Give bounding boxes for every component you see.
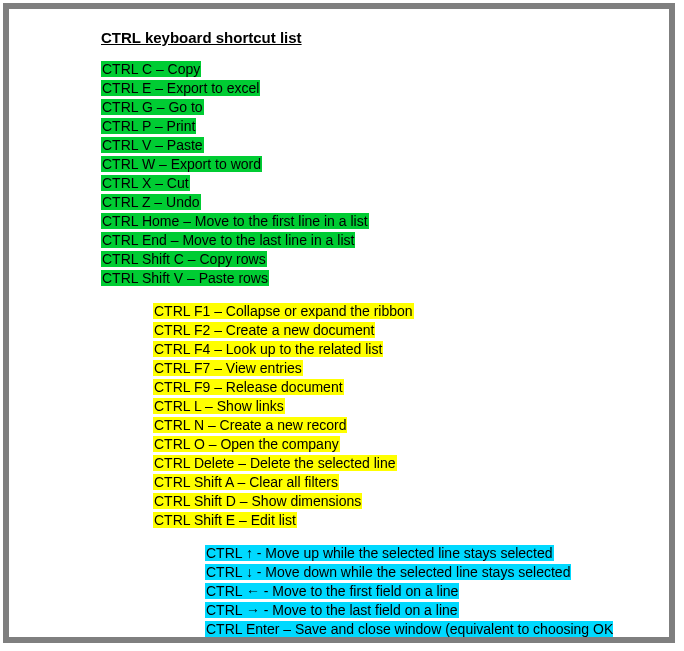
shortcut-line: CTRL F7 – View entries (153, 359, 651, 378)
shortcut-text: CTRL L – Show links (153, 398, 285, 414)
shortcut-line: CTRL F9 – Release document (153, 378, 651, 397)
shortcut-line: CTRL Shift C – Copy rows (101, 250, 651, 269)
shortcut-text: CTRL Shift C – Copy rows (101, 251, 267, 267)
shortcut-line: CTRL F1 – Collapse or expand the ribbon (153, 302, 651, 321)
shortcut-text: CTRL O – Open the company (153, 436, 340, 452)
shortcut-line: CTRL Z – Undo (101, 193, 651, 212)
shortcut-text: CTRL Delete – Delete the selected line (153, 455, 397, 471)
shortcut-line: CTRL W – Export to word (101, 155, 651, 174)
shortcut-text: CTRL W – Export to word (101, 156, 262, 172)
shortcut-line: CTRL C – Copy (101, 60, 651, 79)
shortcut-line: CTRL Shift D – Show dimensions (153, 492, 651, 511)
shortcut-line: CTRL L – Show links (153, 397, 651, 416)
shortcut-text: CTRL → - Move to the last field on a lin… (205, 602, 459, 618)
shortcut-text: CTRL Shift A – Clear all filters (153, 474, 339, 490)
document-frame: CTRL keyboard shortcut list CTRL C – Cop… (3, 3, 675, 643)
shortcut-text: CTRL ↓ - Move down while the selected li… (205, 564, 571, 580)
shortcut-line: CTRL N – Create a new record (153, 416, 651, 435)
shortcut-text: CTRL N – Create a new record (153, 417, 347, 433)
shortcut-line: CTRL → - Move to the last field on a lin… (205, 601, 651, 620)
shortcut-line: CTRL X – Cut (101, 174, 651, 193)
shortcut-line: CTRL ↑ - Move up while the selected line… (205, 544, 651, 563)
shortcut-line: CTRL E – Export to excel (101, 79, 651, 98)
shortcut-line: CTRL V – Paste (101, 136, 651, 155)
shortcut-text: CTRL Home – Move to the first line in a … (101, 213, 369, 229)
shortcut-text: CTRL Shift D – Show dimensions (153, 493, 362, 509)
shortcut-group-1: CTRL C – CopyCTRL E – Export to excelCTR… (101, 60, 651, 288)
shortcut-line: CTRL ↓ - Move down while the selected li… (205, 563, 651, 582)
shortcut-text: CTRL X – Cut (101, 175, 190, 191)
shortcut-text: CTRL C – Copy (101, 61, 201, 77)
shortcut-group-2: CTRL F1 – Collapse or expand the ribbonC… (153, 302, 651, 530)
shortcut-text: CTRL G – Go to (101, 99, 204, 115)
shortcut-text: CTRL Enter – Save and close window (equi… (205, 621, 613, 643)
shortcut-groups: CTRL C – CopyCTRL E – Export to excelCTR… (27, 60, 651, 643)
page-title: CTRL keyboard shortcut list (101, 29, 651, 46)
shortcut-line: CTRL Delete – Delete the selected line (153, 454, 651, 473)
shortcut-line: CTRL F2 – Create a new document (153, 321, 651, 340)
shortcut-text: CTRL F7 – View entries (153, 360, 303, 376)
shortcut-line: CTRL G – Go to (101, 98, 651, 117)
shortcut-text: CTRL Shift E – Edit list (153, 512, 297, 528)
shortcut-group-3: CTRL ↑ - Move up while the selected line… (205, 544, 651, 643)
shortcut-line: CTRL Home – Move to the first line in a … (101, 212, 651, 231)
shortcut-text: CTRL F2 – Create a new document (153, 322, 375, 338)
shortcut-line: CTRL End – Move to the last line in a li… (101, 231, 651, 250)
shortcut-line: CTRL Shift V – Paste rows (101, 269, 651, 288)
shortcut-text: CTRL F9 – Release document (153, 379, 344, 395)
shortcut-text: CTRL F4 – Look up to the related list (153, 341, 383, 357)
shortcut-line: CTRL O – Open the company (153, 435, 651, 454)
shortcut-line: CTRL ← - Move to the first field on a li… (205, 582, 651, 601)
shortcut-line: CTRL P – Print (101, 117, 651, 136)
shortcut-line: CTRL Enter – Save and close window (equi… (205, 620, 651, 643)
shortcut-text: CTRL F1 – Collapse or expand the ribbon (153, 303, 414, 319)
shortcut-text: CTRL ← - Move to the first field on a li… (205, 583, 459, 599)
shortcut-text: CTRL End – Move to the last line in a li… (101, 232, 355, 248)
shortcut-text: CTRL P – Print (101, 118, 196, 134)
shortcut-text: CTRL V – Paste (101, 137, 204, 153)
shortcut-text: CTRL Z – Undo (101, 194, 201, 210)
shortcut-text: CTRL ↑ - Move up while the selected line… (205, 545, 554, 561)
shortcut-text: CTRL E – Export to excel (101, 80, 260, 96)
shortcut-line: CTRL F4 – Look up to the related list (153, 340, 651, 359)
shortcut-line: CTRL Shift E – Edit list (153, 511, 651, 530)
shortcut-text: CTRL Shift V – Paste rows (101, 270, 269, 286)
shortcut-line: CTRL Shift A – Clear all filters (153, 473, 651, 492)
